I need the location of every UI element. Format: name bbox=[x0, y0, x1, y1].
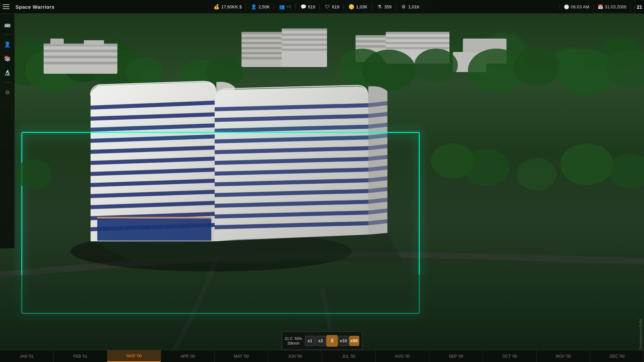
flask-value: 359 bbox=[384, 4, 392, 9]
timeline-month-jul00[interactable]: JUL '00 bbox=[322, 350, 376, 362]
sidebar-settings-button[interactable]: ⚙ bbox=[2, 86, 13, 98]
population-icon: 👤 bbox=[251, 4, 257, 10]
team-value: +1 bbox=[286, 4, 291, 9]
date-value: 31.03.2000 bbox=[605, 4, 627, 9]
sidebar-divider-1 bbox=[3, 34, 12, 35]
calendar-icon: 📅 bbox=[598, 4, 603, 9]
money-icon: 💰 bbox=[214, 4, 220, 10]
chat-value: 619 bbox=[308, 4, 315, 9]
pause-button[interactable]: ⏸ bbox=[326, 335, 338, 347]
top-bar: Space Warriors 💰 17,60KK $ 👤 2,50K 👥 +1 … bbox=[0, 0, 644, 14]
stat-money: 💰 17,60KK $ bbox=[210, 4, 246, 10]
game-viewport bbox=[0, 0, 644, 362]
sidebar-divider-2 bbox=[3, 82, 12, 82]
sidebar-people-button[interactable]: 👤 bbox=[2, 39, 13, 50]
timeline-month-may00[interactable]: MAY '00 bbox=[215, 350, 268, 362]
timeline-month-dec00[interactable]: DEC '00 bbox=[590, 350, 644, 362]
speed-10x-button[interactable]: x10 bbox=[338, 336, 348, 346]
top-bar-stats: 💰 17,60KK $ 👤 2,50K 👥 +1 💬 619 🛡 619 🪙 1… bbox=[74, 4, 559, 10]
date-display: 📅 31.03.2000 bbox=[593, 4, 631, 9]
time-display: 🕐 06:03 AM bbox=[559, 4, 593, 9]
stat-team: 👥 +1 bbox=[275, 4, 296, 10]
coin-value: 1,03K bbox=[356, 4, 368, 9]
time-value: 06:03 AM bbox=[571, 4, 589, 9]
level-badge: 21 bbox=[635, 0, 644, 14]
stat-coin: 🪙 1,03K bbox=[344, 4, 372, 10]
timeline-month-sep00[interactable]: SEP '00 bbox=[429, 350, 483, 362]
shield-value: 619 bbox=[332, 4, 339, 9]
shield-icon: 🛡 bbox=[324, 4, 330, 10]
stat-shield: 🛡 619 bbox=[320, 4, 344, 10]
sidebar-transport-button[interactable]: 🚌 bbox=[2, 19, 13, 30]
timeline-month-nov00[interactable]: NOV '00 bbox=[537, 350, 590, 362]
timeline-month-jun00[interactable]: JUN '00 bbox=[268, 350, 322, 362]
timeline-month-jan01[interactable]: JAN '01 bbox=[0, 350, 54, 362]
stat-gear-resource: ⚙ 1,01K bbox=[396, 4, 424, 10]
left-sidebar: 🚌 👤 📚 🔬 ⚙ bbox=[0, 14, 15, 248]
timeline-month-oct00[interactable]: OCT '00 bbox=[483, 350, 537, 362]
clock-icon: 🕐 bbox=[564, 4, 569, 9]
timeline-bar: JAN '01FEB '01MAR '00APR '00MAY '00JUN '… bbox=[0, 350, 644, 362]
timeline-month-apr00[interactable]: APR '00 bbox=[161, 350, 215, 362]
flask-icon: ⚗ bbox=[377, 4, 383, 10]
top-bar-right: 🕐 06:03 AM 📅 31.03.2000 ⊕ bbox=[559, 1, 644, 12]
team-icon: 👥 bbox=[279, 4, 285, 10]
timeline-month-feb01[interactable]: FEB '01 bbox=[54, 350, 107, 362]
timeline-month-aug00[interactable]: AUG '00 bbox=[376, 350, 429, 362]
sidebar-layers-button[interactable]: 📚 bbox=[2, 53, 13, 64]
gear-resource-value: 1,01K bbox=[408, 4, 420, 9]
dev-watermark: Development Build bbox=[639, 319, 643, 350]
coin-icon: 🪙 bbox=[348, 4, 355, 10]
game-title: Space Warriors bbox=[15, 4, 55, 10]
menu-button[interactable] bbox=[3, 2, 12, 11]
humidity-value: 50% bbox=[295, 337, 302, 341]
tree-layer bbox=[0, 13, 644, 147]
gear-resource-icon: ⚙ bbox=[400, 4, 407, 10]
speed-50x-button[interactable]: x50 bbox=[349, 336, 359, 346]
stat-chat: 💬 619 bbox=[296, 4, 320, 10]
stat-flask: ⚗ 359 bbox=[373, 4, 396, 10]
speed-panel: 21 C 50% 20km/h x1 x2 ⏸ x10 x50 bbox=[282, 331, 362, 350]
timeline-month-mar00[interactable]: MAR '00 bbox=[107, 350, 161, 362]
speed-row1: 21 C 50% bbox=[285, 337, 302, 341]
stat-population: 👤 2,50K bbox=[247, 4, 274, 10]
money-value: 17,60KK $ bbox=[221, 4, 242, 9]
speed-row2: 20km/h bbox=[287, 341, 300, 345]
sidebar-research-button[interactable]: 🔬 bbox=[2, 67, 13, 78]
population-value: 2,50K bbox=[258, 4, 270, 9]
wind-speed-value: 20km/h bbox=[287, 341, 300, 345]
timeline-months: JAN '01FEB '01MAR '00APR '00MAY '00JUN '… bbox=[0, 350, 644, 362]
speed-1x-button[interactable]: x1 bbox=[305, 336, 315, 346]
top-bar-left: Space Warriors bbox=[0, 2, 74, 11]
speed-2x-button[interactable]: x2 bbox=[316, 336, 326, 346]
temperature-value: 21 C bbox=[285, 337, 292, 341]
chat-icon: 💬 bbox=[300, 4, 306, 10]
speed-info: 21 C 50% 20km/h bbox=[285, 337, 302, 345]
